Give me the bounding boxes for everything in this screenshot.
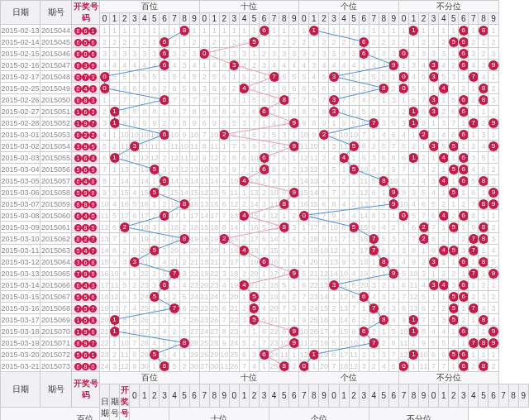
grid-cell: 4 [398, 256, 408, 268]
grid-cell: 11 [408, 279, 418, 291]
ball-icon: 1 [74, 317, 82, 324]
grid-cell: 7 [130, 94, 140, 106]
grid-cell: 1 [439, 256, 449, 268]
hit-dot: 6 [160, 49, 169, 59]
grid-cell: 24 [269, 349, 279, 360]
grid-cell: 1 [279, 106, 289, 117]
grid-cell: 6 [359, 36, 369, 48]
hit-dot: 7 [169, 303, 179, 313]
grid-cell: 1 [199, 60, 209, 71]
grid-cell: 1 [369, 129, 379, 141]
grid-cell: 8 [179, 25, 189, 36]
grid-cell: 6 [260, 349, 269, 360]
header-digit: 9 [488, 13, 498, 25]
grid-cell: 3 [369, 279, 379, 291]
grid-cell: 1 [309, 349, 319, 360]
grid-cell: 2 [239, 303, 249, 314]
grid-cell: 6 [160, 360, 169, 372]
grid-cell: 5 [388, 256, 398, 268]
grid-cell: 11 [120, 349, 130, 360]
hit-dot: 7 [469, 72, 479, 82]
grid-cell: 23 [189, 279, 199, 291]
grid-cell: 9 [369, 222, 379, 233]
grid-cell: 8 [369, 210, 379, 222]
grid-cell: 6 [388, 129, 398, 141]
grid-cell: 8 [479, 256, 488, 268]
grid-cell: 6 [459, 256, 469, 268]
grid-cell: 1 [260, 268, 269, 279]
grid-cell: 8 [130, 106, 140, 117]
hit-dot: 6 [160, 280, 169, 290]
grid-cell: 3 [379, 48, 388, 60]
grid-cell: 5 [249, 36, 259, 48]
grid-cell: 9 [120, 326, 130, 337]
grid-cell: 17 [229, 256, 239, 268]
header-digit: 2 [449, 384, 459, 408]
header-digit: 4 [140, 13, 150, 25]
grid-cell: 5 [429, 337, 439, 349]
grid-cell: 5 [388, 117, 398, 129]
grid-cell: 7 [388, 349, 398, 360]
header-digit: 0 [130, 384, 140, 408]
grid-cell: 3 [379, 349, 388, 360]
grid-cell: 7 [379, 164, 388, 175]
grid-cell: 3 [429, 141, 439, 152]
grid-cell: 2 [199, 36, 209, 48]
header-digit: 8 [479, 13, 488, 25]
grid-cell: 6 [439, 349, 449, 360]
hit-dot: 8 [279, 95, 289, 105]
header-digit: 8 [209, 384, 219, 408]
date-cell: 2015-02-27 [1, 106, 41, 117]
grid-cell: 24 [199, 326, 209, 337]
hit-dot: 0 [299, 361, 309, 371]
grid-cell: 0 [398, 210, 408, 222]
header-balls: 开奖号码 [120, 384, 130, 421]
grid-cell: 6 [260, 326, 269, 337]
grid-cell: 25 [309, 314, 319, 326]
ball-icon: 7 [89, 236, 97, 243]
grid-cell: 9 [289, 326, 299, 337]
grid-cell: 3 [229, 48, 239, 60]
grid-cell: 8 [179, 233, 189, 245]
hit-dot: 8 [479, 257, 488, 267]
hit-dot: 5 [150, 246, 160, 255]
grid-cell: 2 [299, 36, 309, 48]
grid-cell: 6 [179, 94, 189, 106]
grid-cell: 2 [260, 48, 269, 60]
grid-cell: 3 [488, 303, 498, 314]
ball-icon: 9 [82, 143, 89, 150]
grid-cell: 1 [408, 360, 418, 372]
grid-cell: 3 [379, 117, 388, 129]
issue-cell: 2015053 [41, 129, 72, 141]
grid-cell: 5 [110, 210, 120, 222]
grid-cell: 4 [469, 164, 479, 175]
grid-cell: 2 [269, 94, 279, 106]
grid-cell: 3 [150, 48, 160, 60]
grid-cell: 1 [349, 25, 359, 36]
grid-cell: 6 [219, 303, 229, 314]
grid-cell: 4 [379, 303, 388, 314]
grid-cell: 18 [209, 222, 219, 233]
grid-cell: 14 [319, 291, 329, 303]
grid-cell: 3 [488, 48, 498, 60]
grid-cell: 8 [169, 106, 179, 117]
grid-cell: 4 [169, 60, 179, 71]
grid-cell: 6 [459, 152, 469, 164]
grid-cell: 5 [349, 164, 359, 175]
header-digit: 4 [269, 384, 279, 408]
grid-cell: 8 [479, 337, 488, 349]
grid-cell: 1 [488, 349, 498, 360]
grid-cell: 9 [469, 222, 479, 233]
grid-cell: 5 [120, 279, 130, 291]
grid-cell: 4 [469, 60, 479, 71]
grid-cell: 10 [319, 245, 329, 256]
grid-cell: 15 [169, 187, 179, 198]
grid-cell: 7 [169, 268, 179, 279]
grid-cell: 4 [388, 245, 398, 256]
grid-cell: 4 [439, 279, 449, 291]
grid-cell: 27 [189, 326, 199, 337]
ball-icon: 5 [74, 166, 82, 174]
grid-cell: 4 [249, 360, 259, 372]
grid-cell: 4 [439, 245, 449, 256]
grid-cell: 8 [359, 141, 369, 152]
